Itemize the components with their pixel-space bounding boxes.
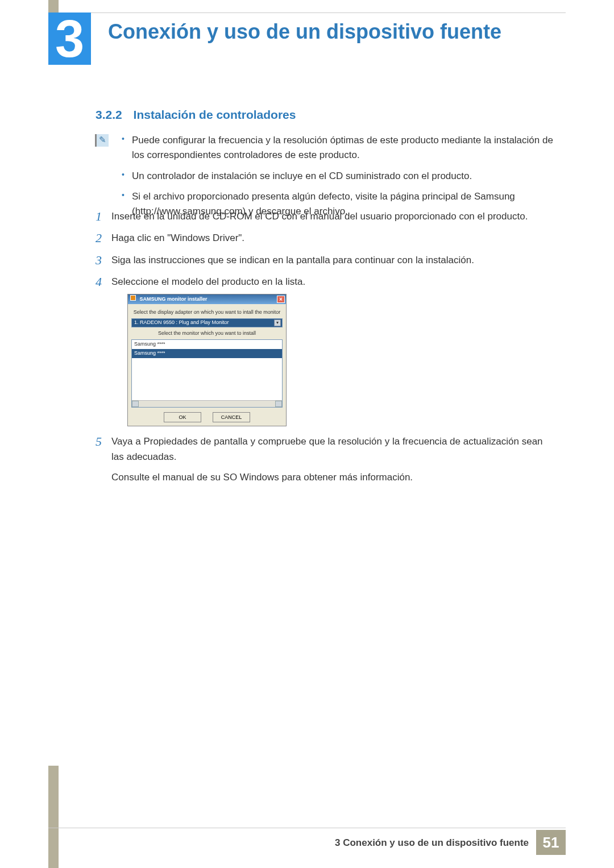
adapter-dropdown[interactable]: 1. RADEON 9550 : Plug and Play Monitor ▾ [131, 318, 283, 327]
step-text: Inserte en la unidad de CD-ROM el CD con… [111, 211, 528, 222]
dialog-monitor-label: Select the monitor which you want to ins… [131, 330, 283, 338]
step-number: 4 [96, 272, 102, 292]
step-5: 5 Vaya a Propiedades de pantalla y compr… [96, 434, 554, 485]
section-heading: 3.2.2 Instalación de controladores [96, 108, 296, 122]
note-item: Puede configurar la frecuencia y la reso… [132, 133, 554, 163]
horizontal-scrollbar[interactable] [132, 400, 282, 407]
note-item: Un controlador de instalación se incluye… [132, 169, 554, 184]
step-3: 3 Siga las instrucciones que se indican … [96, 253, 554, 268]
chevron-down-icon[interactable]: ▾ [274, 319, 281, 326]
step-text: Vaya a Propiedades de pantalla y comprue… [111, 436, 543, 462]
step-number: 1 [96, 207, 102, 226]
samsung-logo-icon [130, 295, 136, 301]
step-4: 4 Seleccione el modelo del producto en l… [96, 275, 554, 426]
note-icon [95, 134, 109, 147]
step-text: Siga las instrucciones que se indican en… [111, 255, 474, 265]
section-number: 3.2.2 [96, 108, 122, 121]
step-2: 2 Haga clic en "Windows Driver". [96, 231, 554, 246]
dialog-title: SAMSUNG monitor installer [140, 296, 208, 302]
chapter-number-badge: 3 [48, 13, 91, 65]
footer-chapter-text: 3 Conexión y uso de un dispositivo fuent… [335, 837, 529, 849]
step-1: 1 Inserte en la unidad de CD-ROM el CD c… [96, 209, 554, 224]
step-number: 5 [96, 432, 102, 451]
step-text: Haga clic en "Windows Driver". [111, 232, 244, 243]
footer-rule [48, 828, 566, 828]
list-item[interactable]: Samsung **** [132, 349, 282, 358]
step-extra-text: Consulte el manual de su SO Windows para… [111, 472, 413, 483]
dialog-titlebar: SAMSUNG monitor installer × [128, 294, 286, 304]
header-rule [48, 13, 566, 13]
step-number: 3 [96, 251, 102, 270]
list-item[interactable]: Samsung **** [132, 340, 282, 349]
cancel-button[interactable]: CANCEL [213, 412, 250, 422]
steps-list: 1 Inserte en la unidad de CD-ROM el CD c… [96, 209, 554, 492]
step-number: 2 [96, 229, 102, 248]
chapter-title: Conexión y uso de un dispositivo fuente [108, 20, 501, 44]
dialog-adapter-label: Select the display adapter on which you … [131, 309, 283, 317]
page-number-badge: 51 [536, 830, 566, 855]
side-stripe-bottom [48, 766, 59, 868]
installer-dialog: SAMSUNG monitor installer × Select the d… [127, 294, 287, 426]
close-icon[interactable]: × [277, 296, 285, 303]
step-text: Seleccione el modelo del producto en la … [111, 276, 305, 287]
ok-button[interactable]: OK [164, 412, 201, 422]
adapter-value: 1. RADEON 9550 : Plug and Play Monitor [134, 319, 229, 327]
monitor-listbox[interactable]: Samsung **** Samsung **** [131, 339, 283, 408]
section-title: Instalación de controladores [134, 108, 296, 121]
